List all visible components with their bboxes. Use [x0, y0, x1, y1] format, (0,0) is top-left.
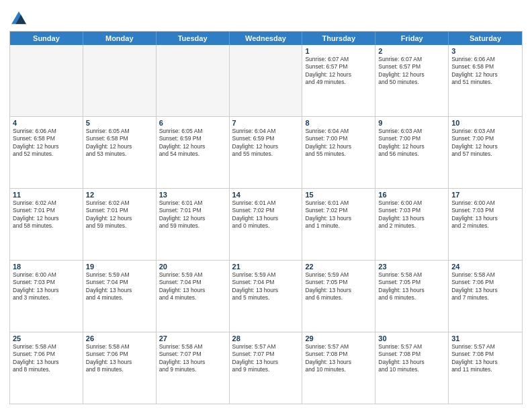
calendar-day-23: 23Sunrise: 5:58 AMSunset: 7:05 PMDayligh… [375, 261, 449, 332]
calendar-day-26: 26Sunrise: 5:58 AMSunset: 7:06 PMDayligh… [83, 332, 157, 404]
day-number: 23 [378, 263, 445, 271]
calendar-day-21: 21Sunrise: 5:59 AMSunset: 7:04 PMDayligh… [230, 261, 303, 332]
day-info: Sunrise: 6:02 AMSunset: 7:01 PMDaylight:… [86, 199, 153, 230]
day-number: 8 [305, 119, 372, 127]
day-info: Sunrise: 5:59 AMSunset: 7:05 PMDaylight:… [305, 271, 372, 302]
calendar-day-27: 27Sunrise: 5:58 AMSunset: 7:07 PMDayligh… [157, 332, 230, 404]
calendar-day-29: 29Sunrise: 5:57 AMSunset: 7:08 PMDayligh… [302, 332, 375, 404]
day-number: 11 [13, 191, 80, 199]
calendar-day-3: 3Sunrise: 6:06 AMSunset: 6:58 PMDaylight… [449, 45, 522, 116]
day-number: 25 [13, 334, 80, 342]
day-info: Sunrise: 5:57 AMSunset: 7:07 PMDaylight:… [232, 343, 300, 374]
calendar-day-13: 13Sunrise: 6:01 AMSunset: 7:01 PMDayligh… [157, 189, 230, 260]
day-number: 1 [305, 47, 372, 55]
day-number: 16 [378, 191, 445, 199]
day-info: Sunrise: 6:04 AMSunset: 7:00 PMDaylight:… [305, 128, 372, 158]
day-number: 24 [451, 263, 519, 271]
day-info: Sunrise: 6:05 AMSunset: 6:59 PMDaylight:… [159, 128, 226, 158]
header [9, 7, 523, 28]
day-number: 6 [159, 119, 226, 127]
calendar-day-16: 16Sunrise: 6:00 AMSunset: 7:03 PMDayligh… [375, 189, 449, 260]
calendar-day-28: 28Sunrise: 5:57 AMSunset: 7:07 PMDayligh… [230, 332, 303, 404]
header-tuesday: Tuesday [157, 32, 230, 45]
day-number: 26 [86, 334, 153, 342]
day-info: Sunrise: 5:57 AMSunset: 7:08 PMDaylight:… [305, 343, 372, 374]
day-number: 30 [378, 334, 445, 342]
day-info: Sunrise: 5:57 AMSunset: 7:08 PMDaylight:… [451, 343, 519, 374]
calendar-empty [230, 45, 303, 116]
calendar-day-7: 7Sunrise: 6:04 AMSunset: 6:59 PMDaylight… [230, 117, 303, 188]
calendar-body: 1Sunrise: 6:07 AMSunset: 6:57 PMDaylight… [10, 45, 522, 404]
calendar-day-15: 15Sunrise: 6:01 AMSunset: 7:02 PMDayligh… [302, 189, 375, 260]
calendar-day-17: 17Sunrise: 6:00 AMSunset: 7:03 PMDayligh… [449, 189, 522, 260]
logo-icon [9, 9, 28, 28]
day-number: 19 [86, 263, 153, 271]
day-info: Sunrise: 6:01 AMSunset: 7:02 PMDaylight:… [305, 199, 372, 230]
calendar-header: SundayMondayTuesdayWednesdayThursdayFrid… [10, 32, 522, 45]
calendar: SundayMondayTuesdayWednesdayThursdayFrid… [9, 31, 523, 404]
logo [9, 9, 30, 28]
day-info: Sunrise: 6:06 AMSunset: 6:58 PMDaylight:… [451, 56, 519, 87]
calendar-week-3: 18Sunrise: 6:00 AMSunset: 7:03 PMDayligh… [10, 261, 522, 332]
calendar-day-2: 2Sunrise: 6:07 AMSunset: 6:57 PMDaylight… [375, 45, 449, 116]
day-number: 3 [451, 47, 519, 55]
day-number: 20 [159, 263, 226, 271]
day-number: 2 [378, 47, 445, 55]
day-number: 12 [86, 191, 153, 199]
calendar-week-2: 11Sunrise: 6:02 AMSunset: 7:01 PMDayligh… [10, 189, 522, 261]
calendar-week-1: 4Sunrise: 6:06 AMSunset: 6:58 PMDaylight… [10, 117, 522, 189]
day-number: 9 [378, 119, 445, 127]
calendar-day-10: 10Sunrise: 6:03 AMSunset: 7:00 PMDayligh… [449, 117, 522, 188]
day-info: Sunrise: 6:00 AMSunset: 7:03 PMDaylight:… [378, 199, 445, 230]
day-info: Sunrise: 6:07 AMSunset: 6:57 PMDaylight:… [378, 56, 445, 87]
header-friday: Friday [375, 32, 449, 45]
header-saturday: Saturday [449, 32, 522, 45]
day-number: 5 [86, 119, 153, 127]
calendar-day-19: 19Sunrise: 5:59 AMSunset: 7:04 PMDayligh… [83, 261, 157, 332]
day-number: 18 [13, 263, 80, 271]
calendar-empty [157, 45, 230, 116]
calendar-day-30: 30Sunrise: 5:57 AMSunset: 7:08 PMDayligh… [375, 332, 449, 404]
day-info: Sunrise: 6:00 AMSunset: 7:03 PMDaylight:… [13, 271, 80, 302]
calendar-empty [10, 45, 83, 116]
day-number: 27 [159, 334, 226, 342]
day-info: Sunrise: 6:00 AMSunset: 7:03 PMDaylight:… [451, 199, 519, 230]
calendar-day-6: 6Sunrise: 6:05 AMSunset: 6:59 PMDaylight… [157, 117, 230, 188]
day-info: Sunrise: 6:01 AMSunset: 7:01 PMDaylight:… [159, 199, 226, 230]
day-number: 10 [451, 119, 519, 127]
calendar-day-25: 25Sunrise: 5:58 AMSunset: 7:06 PMDayligh… [10, 332, 83, 404]
day-info: Sunrise: 6:03 AMSunset: 7:00 PMDaylight:… [451, 128, 519, 158]
header-sunday: Sunday [10, 32, 83, 45]
day-info: Sunrise: 6:01 AMSunset: 7:02 PMDaylight:… [232, 199, 300, 230]
day-info: Sunrise: 5:57 AMSunset: 7:08 PMDaylight:… [378, 343, 445, 374]
calendar-week-0: 1Sunrise: 6:07 AMSunset: 6:57 PMDaylight… [10, 45, 522, 117]
header-wednesday: Wednesday [230, 32, 303, 45]
calendar-day-20: 20Sunrise: 5:59 AMSunset: 7:04 PMDayligh… [157, 261, 230, 332]
day-info: Sunrise: 5:58 AMSunset: 7:06 PMDaylight:… [86, 343, 153, 374]
calendar-day-8: 8Sunrise: 6:04 AMSunset: 7:00 PMDaylight… [302, 117, 375, 188]
day-info: Sunrise: 5:58 AMSunset: 7:06 PMDaylight:… [451, 271, 519, 302]
calendar-day-31: 31Sunrise: 5:57 AMSunset: 7:08 PMDayligh… [449, 332, 522, 404]
calendar-day-5: 5Sunrise: 6:05 AMSunset: 6:58 PMDaylight… [83, 117, 157, 188]
day-info: Sunrise: 6:02 AMSunset: 7:01 PMDaylight:… [13, 199, 80, 230]
header-monday: Monday [83, 32, 157, 45]
page: SundayMondayTuesdayWednesdayThursdayFrid… [0, 0, 532, 411]
calendar-day-9: 9Sunrise: 6:03 AMSunset: 7:00 PMDaylight… [375, 117, 449, 188]
calendar-day-4: 4Sunrise: 6:06 AMSunset: 6:58 PMDaylight… [10, 117, 83, 188]
calendar-day-24: 24Sunrise: 5:58 AMSunset: 7:06 PMDayligh… [449, 261, 522, 332]
day-number: 29 [305, 334, 372, 342]
day-number: 21 [232, 263, 300, 271]
day-info: Sunrise: 6:07 AMSunset: 6:57 PMDaylight:… [305, 56, 372, 87]
day-number: 7 [232, 119, 300, 127]
day-number: 17 [451, 191, 519, 199]
day-number: 28 [232, 334, 300, 342]
day-number: 15 [305, 191, 372, 199]
day-number: 14 [232, 191, 300, 199]
day-info: Sunrise: 5:58 AMSunset: 7:07 PMDaylight:… [159, 343, 226, 374]
calendar-empty [83, 45, 157, 116]
day-info: Sunrise: 5:58 AMSunset: 7:05 PMDaylight:… [378, 271, 445, 302]
day-number: 22 [305, 263, 372, 271]
day-info: Sunrise: 5:58 AMSunset: 7:06 PMDaylight:… [13, 343, 80, 374]
calendar-day-22: 22Sunrise: 5:59 AMSunset: 7:05 PMDayligh… [302, 261, 375, 332]
day-info: Sunrise: 6:06 AMSunset: 6:58 PMDaylight:… [13, 128, 80, 158]
